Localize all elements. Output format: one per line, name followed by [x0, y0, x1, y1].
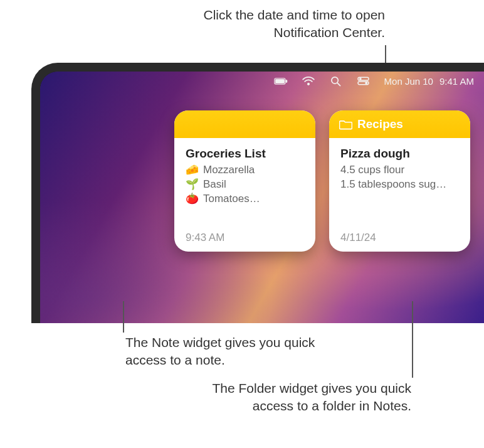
- list-item-text: Basil: [203, 178, 226, 192]
- note-widget[interactable]: Groceries List 🧀 Mozzarella 🌱 Basil 🍅: [174, 110, 315, 252]
- seedling-icon: 🌱: [186, 178, 199, 192]
- svg-line-4: [337, 83, 340, 85]
- callout-line: [123, 301, 124, 333]
- note-title: Groceries List: [186, 147, 304, 161]
- control-center-icon[interactable]: [357, 75, 371, 87]
- list-item: 4.5 cups flour: [340, 163, 459, 178]
- svg-rect-2: [285, 80, 287, 82]
- menu-bar: Mon Jun 10 9:41 AM: [40, 72, 484, 90]
- folder-widget[interactable]: Recipes Pizza dough 4.5 cups flour 1.5 t…: [329, 110, 470, 252]
- callout-note-widget: The Note widget gives you quick access t…: [125, 334, 339, 370]
- folder-note-title: Pizza dough: [340, 147, 459, 161]
- folder-note-timestamp: 4/11/24: [340, 232, 459, 244]
- wifi-icon[interactable]: [302, 75, 315, 87]
- widgets-container: Groceries List 🧀 Mozzarella 🌱 Basil 🍅: [174, 110, 470, 252]
- note-timestamp: 9:43 AM: [186, 232, 304, 244]
- svg-point-8: [366, 82, 367, 84]
- folder-widget-body: Pizza dough 4.5 cups flour 1.5 tablespoo…: [329, 138, 470, 252]
- folder-widget-label: Recipes: [357, 117, 403, 131]
- callout-folder-widget: The Folder widget gives you quick access…: [186, 380, 411, 415]
- search-icon[interactable]: [329, 75, 343, 87]
- device-frame: Mon Jun 10 9:41 AM Groceries List 🧀 Mozz…: [31, 63, 484, 323]
- cheese-icon: 🧀: [186, 163, 199, 178]
- svg-rect-1: [275, 79, 284, 83]
- folder-widget-header: Recipes: [329, 110, 470, 138]
- desktop-wallpaper: Mon Jun 10 9:41 AM Groceries List 🧀 Mozz…: [40, 72, 484, 323]
- list-item: 🍅 Tomatoes…: [186, 192, 304, 206]
- note-items: 🧀 Mozzarella 🌱 Basil 🍅 Tomatoes…: [186, 163, 304, 206]
- menubar-datetime[interactable]: Mon Jun 10 9:41 AM: [384, 76, 474, 87]
- folder-icon: [339, 119, 352, 130]
- tomato-icon: 🍅: [186, 192, 199, 206]
- folder-note-lines: 4.5 cups flour 1.5 tablespoons sug…: [340, 163, 459, 192]
- callout-notification-center: Click the date and time to open Notifica…: [159, 6, 385, 42]
- battery-icon[interactable]: [274, 75, 288, 87]
- list-item: 🌱 Basil: [186, 178, 304, 192]
- menubar-time: 9:41 AM: [439, 76, 474, 87]
- callout-line: [412, 301, 413, 378]
- list-item-text: Tomatoes…: [203, 192, 260, 206]
- note-widget-header: [174, 110, 315, 138]
- note-widget-body: Groceries List 🧀 Mozzarella 🌱 Basil 🍅: [174, 138, 315, 252]
- svg-point-6: [359, 78, 361, 80]
- list-item-text: Mozzarella: [203, 163, 255, 178]
- list-item: 1.5 tablespoons sug…: [340, 178, 459, 192]
- list-item: 🧀 Mozzarella: [186, 163, 304, 178]
- menubar-date: Mon Jun 10: [384, 76, 433, 87]
